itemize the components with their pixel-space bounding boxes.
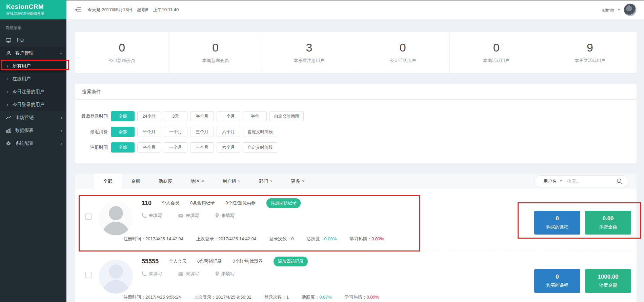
content: 0 今日新增会员 0 本周新增会员 3 本季度注册用户 0 今天活跃用户 0 [66,19,644,302]
stat-label: 本周活跃用户 [483,58,509,64]
search-icon[interactable] [617,178,623,184]
chevron-left-icon: ‹ [61,128,62,133]
chevron-down-icon: ∨ [202,179,204,183]
register-time-value: 2017/4/25 14:42:04 [145,236,183,241]
tab-more[interactable]: 更多 ∨ [282,174,314,189]
filter-option[interactable]: 三个月 [190,127,214,137]
sidebar-item-all-users[interactable]: › 所有用户 [0,60,66,73]
filter-option[interactable]: 全部 [111,111,135,121]
tab-all[interactable]: 全部 [94,174,122,189]
activity-value: 0.67% [319,295,332,300]
chevron-down-icon[interactable]: ▼ [618,8,620,12]
app-window: KesionCRM 在线网校CRM营销系统 导航菜单 主页 客户管理 › › 所… [0,0,644,302]
filter-option[interactable]: 一个月 [217,111,240,121]
filters: 最后登录时间 全部 24小时 3天 半个月 一个月 半年 自定义时间段 最近消费… [75,100,637,162]
tab-amount[interactable]: 金额 [122,174,149,189]
filter-option[interactable]: 半个月 [190,111,214,121]
checkbox-column [75,192,99,250]
tab-label: 部门 [259,178,268,184]
coupons[interactable]: 0个红包|优惠券 [225,200,256,206]
sidebar-item-settings[interactable]: 系统配置 ‹ [0,137,66,150]
user-name[interactable]: 110 [142,200,152,207]
login-count: 登录次数：0 [269,236,294,242]
main-area: 今天是 2017年5月13日 星期6 上午10:11:40 admin ▼ 0 … [66,0,644,302]
filter-option[interactable]: 半年 [243,111,267,121]
avatar[interactable] [624,3,637,16]
filter-option[interactable]: 六个月 [217,142,240,153]
user-list-panel: 全部 金额 活跃度 地区 ∨ 用户组 ∨ [75,174,637,302]
login-count-label: 登录次数： [264,295,286,300]
user-name[interactable]: 55555 [142,258,159,265]
user-avatar[interactable] [99,201,133,235]
stat-label: 今天活跃用户 [389,58,416,64]
add-visit-record-button[interactable]: 添加回访记录 [274,257,308,266]
phone-icon [142,213,146,218]
filter-option[interactable]: 一个月 [164,142,187,153]
tab-user-group[interactable]: 用户组 ∨ [214,174,250,189]
chevron-down-icon: › [59,53,64,54]
user-avatar[interactable] [99,260,133,294]
filter-option[interactable]: 一个月 [164,127,187,137]
filter-option[interactable]: 自定义时间段 [243,127,277,137]
last-login-value: 2017/4/25 14:42:04 [218,236,256,241]
add-visit-record-button[interactable]: 添加回访记录 [266,198,301,208]
sidebar-item-label: 数据报表 [15,127,34,134]
filter-option[interactable]: 3天 [164,111,187,121]
app-name: KesionCRM [6,3,66,11]
filter-option[interactable]: 半个月 [137,127,161,137]
spend-amount-box[interactable]: 1000.00 消费金额 [585,269,631,293]
purchased-courses-box[interactable]: 0 购买的课程 [534,211,580,235]
stat-value: 9 [587,41,593,54]
row-checkbox[interactable] [85,272,92,278]
search-field-select[interactable]: 用户名 [543,178,557,184]
stat-quarter-active: 9 本季度活跃用户 [543,32,637,73]
filter-row-last-login: 最后登录时间 全部 24小时 3天 半个月 一个月 半年 自定义时间段 [75,111,637,121]
user-title-line: 55555 个人会员 0条营销记录 0个红包|优惠券 添加回访记录 [142,257,530,266]
stat-today-active: 0 今天活跃用户 [356,32,450,73]
filter-option[interactable]: 24小时 [137,111,161,121]
spend-amount-box[interactable]: 0.00 消费金额 [585,211,631,235]
tab-activity[interactable]: 活跃度 [149,174,182,189]
envelope-icon [178,214,183,218]
row-checkbox[interactable] [85,214,92,220]
filter-option[interactable]: 自定义时间段 [243,142,277,153]
marketing-records[interactable]: 0条营销记录 [197,258,222,264]
user-menu[interactable]: admin [602,7,614,13]
stat-label: 本周新增会员 [202,58,229,64]
purchased-courses-box[interactable]: 0 购买的课程 [534,269,580,293]
email-value: 未填写 [186,271,199,277]
sidebar-item-home[interactable]: 主页 [0,34,66,47]
coupons[interactable]: 0个红包|优惠券 [233,258,263,264]
marketing-records[interactable]: 0条营销记录 [190,200,215,206]
chevron-left-icon: ‹ [61,115,62,120]
envelope-icon [178,272,183,276]
filter-row-recent-spend: 最近消费 全部 半个月 一个月 三个月 六个月 自定义时间段 [75,127,637,137]
sidebar-item-marketing[interactable]: 市场营销 ‹ [0,111,66,124]
tab-region[interactable]: 地区 ∨ [182,174,214,189]
sidebar: KesionCRM 在线网校CRM营销系统 导航菜单 主页 客户管理 › › 所… [0,0,66,302]
user-search-bar: 用户名 ▼ [534,175,628,187]
tab-department[interactable]: 部门 ∨ [250,174,282,189]
member-type: 个人会员 [169,258,186,264]
passion-value: 0.00% [367,295,379,300]
filter-option[interactable]: 自定义时间段 [269,111,304,121]
address-contact: 未填写 [215,213,235,219]
sidebar-item-online-users[interactable]: › 在线用户 [0,73,66,85]
filter-option[interactable]: 半个月 [137,142,161,153]
register-time-value: 2017/4/25 9:56:24 [145,295,181,300]
chevron-down-icon[interactable]: ▼ [560,180,562,183]
filter-option[interactable]: 六个月 [217,127,240,137]
sidebar-item-reports[interactable]: 数据报表 ‹ [0,124,66,137]
user-metric-boxes: 0 购买的课程 0.00 消费金额 [534,211,631,235]
sidebar-item-customers[interactable]: 客户管理 › [0,47,66,60]
sidebar-toggle-icon[interactable] [75,7,82,13]
sidebar-item-today-registered[interactable]: › 今日注册的用户 [0,85,66,98]
user-row: 110 个人会员 0条营销记录 0个红包|优惠券 添加回访记录 [75,192,637,250]
search-input[interactable] [567,179,615,184]
filter-option[interactable]: 全部 [111,127,135,137]
chevron-down-icon: ∨ [270,179,273,183]
sidebar-item-today-logged-in[interactable]: › 今日登录的用户 [0,98,66,111]
filter-option[interactable]: 全部 [111,142,135,153]
filter-option[interactable]: 三个月 [190,142,214,153]
sidebar-item-label: 今日登录的用户 [13,102,45,108]
